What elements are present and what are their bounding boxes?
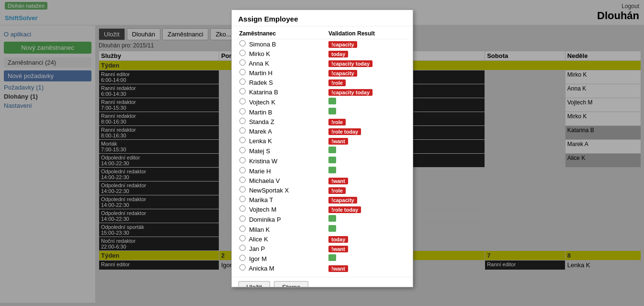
assign-employee-modal: Assign Employee Zaměstnanec Validation R… [231, 10, 413, 287]
list-item[interactable]: Matej S [236, 146, 409, 156]
employee-name: Dominika P [249, 216, 281, 223]
employee-radio[interactable] [239, 137, 246, 143]
modal-employee-table: Zaměstnanec Validation Result Simona B !… [236, 28, 409, 273]
employee-radio[interactable] [239, 40, 246, 46]
employee-name: Vojtech K [249, 99, 275, 106]
employee-name: Martin B [249, 109, 272, 116]
list-item[interactable]: Katarina B !capacity today [236, 87, 409, 97]
list-item[interactable]: Marek A !role today [236, 126, 409, 136]
list-item[interactable]: Kristina W [236, 156, 409, 166]
employee-name: Marek A [249, 128, 272, 135]
employee-radio[interactable] [239, 205, 246, 212]
employee-name: Milan K [249, 226, 270, 233]
employee-name: Vojtech M [249, 206, 276, 213]
employee-radio[interactable] [239, 127, 246, 134]
list-item[interactable]: Vojtech K [236, 97, 409, 107]
list-item[interactable]: Martin B [236, 107, 409, 117]
list-item[interactable]: Marika T !capacity [236, 195, 409, 204]
employee-name: Alice K [249, 236, 268, 243]
list-item[interactable]: Michaela V !want [236, 176, 409, 185]
list-item[interactable]: Standa Z !role [236, 117, 409, 126]
list-item[interactable]: Dominika P [236, 214, 409, 224]
employee-name: Standa Z [249, 118, 274, 125]
employee-radio[interactable] [239, 108, 246, 114]
list-item[interactable]: Igor M [236, 253, 409, 263]
col-validation-header: Validation Result [325, 28, 409, 39]
employee-radio[interactable] [239, 79, 246, 85]
employee-radio[interactable] [239, 157, 246, 163]
modal-save-button[interactable]: Uložit [238, 281, 271, 287]
employee-radio[interactable] [239, 167, 246, 173]
list-item[interactable]: Mirko K today [236, 49, 409, 58]
employee-radio[interactable] [239, 50, 246, 56]
employee-radio[interactable] [239, 98, 246, 104]
employee-radio[interactable] [239, 88, 246, 94]
list-item[interactable]: Anna K !capacity today [236, 58, 409, 68]
modal-cancel-button[interactable]: Storno [274, 281, 308, 287]
employee-radio[interactable] [239, 147, 246, 153]
list-item[interactable]: Simona B !capacity [236, 39, 409, 49]
employee-name: Igor M [249, 255, 267, 262]
employee-name: Simona B [249, 41, 276, 48]
employee-radio[interactable] [239, 118, 246, 124]
list-item[interactable]: Martin H !capacity [236, 68, 409, 78]
employee-name: Michaela V [249, 177, 280, 184]
employee-name: Marika T [249, 196, 273, 204]
employee-name: Kristina W [249, 158, 277, 165]
list-item[interactable]: Lenka K !want [236, 136, 409, 146]
employee-name: Jan P [249, 245, 265, 252]
list-item[interactable]: Jan P !want [236, 244, 409, 253]
employee-radio[interactable] [239, 245, 246, 251]
col-employee-header: Zaměstnanec [236, 28, 325, 39]
employee-name: Martin H [249, 69, 272, 77]
list-item[interactable]: NewSportak X !role [236, 185, 409, 195]
employee-radio[interactable] [239, 186, 246, 193]
list-item[interactable]: Vojtech M !role today [236, 204, 409, 214]
modal-footer: Uložit Storno [232, 277, 413, 287]
employee-name: Marie H [249, 168, 271, 175]
employee-radio[interactable] [239, 59, 246, 66]
employee-name: Radek S [249, 79, 273, 86]
modal-overlay: Assign Employee Zaměstnanec Validation R… [0, 0, 644, 303]
employee-name: Mirko K [249, 50, 270, 57]
employee-radio[interactable] [239, 215, 246, 222]
employee-radio[interactable] [239, 255, 246, 261]
employee-name: Katarina B [249, 89, 278, 96]
employee-radio[interactable] [239, 226, 246, 232]
list-item[interactable]: Milan K [236, 224, 409, 234]
employee-name: Anna K [249, 60, 269, 67]
employee-radio[interactable] [239, 264, 246, 271]
employee-name: Anicka M [249, 265, 274, 272]
list-item[interactable]: Marie H [236, 166, 409, 176]
employee-name: Matej S [249, 147, 270, 155]
list-item[interactable]: Radek S !role [236, 78, 409, 87]
employee-name: NewSportak X [249, 187, 289, 194]
list-item[interactable]: Alice K today [236, 234, 409, 244]
employee-radio[interactable] [239, 69, 246, 75]
employee-radio[interactable] [239, 196, 246, 202]
employee-radio[interactable] [239, 177, 246, 183]
modal-title: Assign Employee [232, 10, 413, 26]
employee-name: Lenka K [249, 137, 272, 145]
employee-radio[interactable] [239, 235, 246, 241]
list-item[interactable]: Anicka M !want [236, 263, 409, 273]
